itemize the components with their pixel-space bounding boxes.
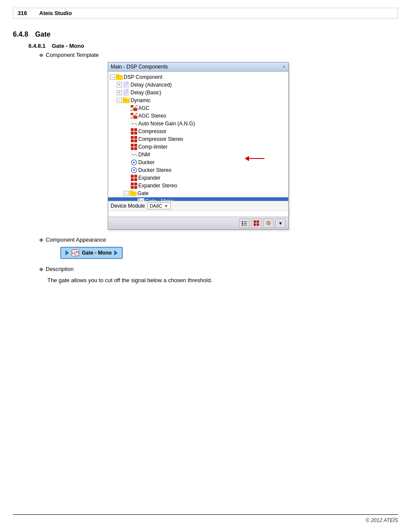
- svg-rect-54: [138, 198, 140, 200]
- tree-label: Compressor Stereo: [138, 136, 183, 142]
- tree-label: DSP Component: [124, 74, 162, 80]
- toolbar-list-button[interactable]: [239, 218, 249, 228]
- svg-rect-50: [130, 192, 137, 196]
- svg-text:∿∿: ∿∿: [131, 122, 137, 126]
- tree-label: Auto Noise Gain (A.N.G): [138, 121, 195, 127]
- device-module-label: Device Module: [111, 203, 145, 209]
- subsection-title: Gate - Mono: [52, 43, 84, 49]
- grid-icon: [131, 182, 137, 189]
- tree-item-agc-stereo[interactable]: AGC Stereo: [108, 112, 288, 120]
- tree-item-delay-adv[interactable]: + Delay (Advanced): [108, 81, 288, 89]
- tree-item-comp-limiter[interactable]: Comp-limiter: [108, 143, 288, 151]
- svg-rect-44: [131, 178, 134, 181]
- tree-item-dynamic[interactable]: − Dynamic: [108, 96, 288, 104]
- svg-rect-16: [134, 108, 137, 111]
- component-appearance-bullet: ❖ Component Appearance: [39, 236, 398, 243]
- tree-label: AGC Stereo: [138, 113, 166, 119]
- dsp-tree-area[interactable]: − DSP Component+ Delay (Advanced)+ Delay…: [108, 72, 288, 201]
- svg-rect-92: [72, 250, 75, 252]
- svg-rect-46: [131, 183, 134, 185]
- tree-item-auto-noise[interactable]: ∿∿ Auto Noise Gain (A.N.G): [108, 120, 288, 128]
- header-title: Ateis Studio: [39, 10, 72, 16]
- svg-rect-35: [134, 147, 137, 150]
- arrow-head-icon: [245, 156, 249, 161]
- grid-icon: [131, 143, 137, 150]
- svg-rect-1: [116, 74, 119, 76]
- folder-open-icon: [130, 190, 137, 197]
- tree-item-ducker-stereo[interactable]: Ducker Stereo: [108, 166, 288, 174]
- svg-rect-82: [244, 221, 247, 222]
- settings-icon: [265, 220, 271, 226]
- subsection-number: 6.4.8.1: [28, 43, 46, 49]
- tree-label: Delay (Advanced): [131, 82, 171, 88]
- subsection-heading: 6.4.8.1 Gate - Mono: [28, 43, 398, 49]
- tree-item-expander[interactable]: Expander: [108, 174, 288, 182]
- tree-item-delay-basic[interactable]: + Delay (Basic): [108, 89, 288, 96]
- page-header: 316 Ateis Studio: [13, 8, 398, 19]
- section-heading: 6.4.8 Gate: [13, 31, 398, 38]
- device-value: DA8C: [149, 203, 162, 208]
- list-icon: [241, 220, 247, 226]
- footer-copyright: © 2012 ATEÏS: [365, 517, 398, 523]
- tree-item-gate[interactable]: − Gate: [108, 190, 288, 197]
- close-icon[interactable]: ×: [283, 64, 286, 69]
- gate-mono-component: Gate - Mono: [60, 247, 123, 259]
- svg-rect-12: [123, 97, 126, 99]
- tree-item-agc[interactable]: AGC: [108, 104, 288, 112]
- bullet-diamond-desc-icon: ❖: [39, 266, 44, 273]
- svg-rect-93: [75, 253, 78, 255]
- tree-item-compressor[interactable]: Compressor: [108, 128, 288, 135]
- folder-open-icon: [123, 97, 130, 104]
- dsp-window-container: Main - DSP Components × − DSP Component+…: [60, 62, 241, 230]
- tree-label: Comp-limiter: [138, 144, 168, 150]
- description-text: The gate allows you to cut off the signa…: [47, 276, 398, 285]
- tree-item-compressor-stereo[interactable]: Compressor Stereo: [108, 135, 288, 143]
- tree-item-expander-stereo[interactable]: Expander Stereo: [108, 182, 288, 190]
- grid-icon: [131, 174, 137, 181]
- toolbar-arrow-button[interactable]: ▼: [275, 218, 286, 228]
- tree-item-gate-mono[interactable]: Gate - Mono: [108, 197, 288, 201]
- svg-rect-11: [123, 99, 130, 103]
- svg-rect-51: [130, 190, 133, 192]
- description-bullet: ❖ Description: [39, 266, 398, 273]
- tree-item-dsp-root[interactable]: − DSP Component: [108, 73, 288, 81]
- arrow-line: [249, 158, 265, 159]
- toolbar-settings-button[interactable]: [263, 218, 274, 228]
- arrow-down-icon: ▼: [278, 221, 283, 226]
- svg-point-39: [133, 162, 135, 163]
- tree-expand-icon[interactable]: −: [124, 191, 129, 196]
- svg-rect-85: [254, 221, 256, 223]
- dsp-toolbar: ▼: [108, 217, 288, 229]
- device-module-select[interactable]: DA8C ▼: [147, 202, 170, 209]
- component-appearance-area: Gate - Mono: [60, 247, 398, 259]
- dsp-titlebar: Main - DSP Components ×: [108, 62, 288, 72]
- tree-label: DNM: [138, 152, 150, 158]
- ducker-icon: [131, 167, 137, 174]
- tree-expand-icon[interactable]: −: [110, 75, 115, 80]
- grid-icon: [253, 220, 259, 226]
- svg-rect-49: [134, 186, 137, 189]
- tree-spacer: [124, 128, 130, 134]
- svg-rect-30: [131, 140, 134, 142]
- svg-rect-48: [131, 186, 134, 189]
- svg-rect-25: [134, 128, 137, 131]
- toolbar-grid-button[interactable]: [251, 218, 262, 228]
- tree-expand-icon[interactable]: −: [117, 98, 122, 103]
- folder-open-icon: [116, 74, 123, 81]
- svg-rect-24: [131, 128, 134, 131]
- svg-rect-20: [134, 116, 137, 118]
- tree-expand-icon[interactable]: +: [117, 90, 122, 95]
- svg-rect-87: [254, 224, 256, 226]
- svg-rect-33: [134, 144, 137, 146]
- svg-rect-34: [131, 147, 134, 150]
- svg-point-41: [133, 169, 135, 171]
- svg-rect-83: [244, 223, 247, 224]
- agc-icon: [137, 198, 144, 201]
- tree-spacer: [124, 175, 130, 181]
- svg-rect-86: [257, 221, 259, 223]
- svg-rect-88: [257, 224, 259, 226]
- grid-icon: [131, 128, 137, 135]
- page-number: 316: [18, 10, 31, 16]
- tree-expand-icon[interactable]: +: [117, 82, 122, 87]
- component-appearance-label: Component Appearance: [46, 236, 106, 243]
